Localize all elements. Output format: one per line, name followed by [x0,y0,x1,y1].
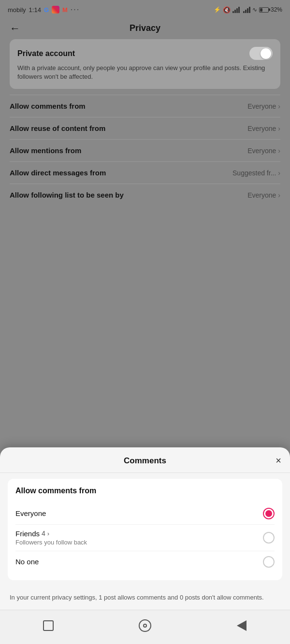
comments-value-text: Everyone [247,102,276,110]
chevron-icon: › [278,102,280,110]
radio-everyone-inner [265,510,272,517]
time-label: 1:14 [29,6,41,14]
option-noone-label: No one [15,558,39,566]
battery-percent: 32% [271,6,282,13]
status-bar: mobily 1:14 G M ··· ⚡ 🔇 ∿ 32% [0,0,290,17]
status-left: mobily 1:14 G M ··· [8,5,80,14]
settings-list: Allow comments from Everyone › Allow reu… [10,95,280,206]
nav-back-button[interactable] [233,617,250,634]
option-friends-label: Friends 4 › [15,530,87,538]
google-icon: G [44,6,49,14]
bottom-sheet: Comments × Allow comments from Everyone … [0,447,290,644]
back-button[interactable]: ← [10,22,20,35]
chevron-icon-4: › [278,169,280,177]
privacy-content: Private account With a private account, … [0,39,290,206]
private-account-description: With a private account, only people you … [17,64,273,81]
option-everyone-label: Everyone [15,509,46,517]
signal-bars [232,7,240,13]
nav-square-button[interactable] [40,617,57,634]
reuse-label: Allow reuse of content from [10,124,105,132]
mentions-value-text: Everyone [247,147,276,155]
private-account-section: Private account With a private account, … [10,39,280,89]
private-account-label: Private account [17,49,75,58]
option-everyone[interactable]: Everyone [15,503,275,524]
chevron-icon-2: › [278,125,280,132]
sheet-title: Comments [124,456,166,466]
nav-circle-inner-icon [143,624,147,628]
option-noone[interactable]: No one [15,551,275,572]
nav-home-button[interactable] [136,617,154,634]
instagram-icon [52,6,59,14]
reuse-value: Everyone › [247,125,280,132]
dm-value-text: Suggested fr... [232,169,276,177]
dm-setting-row[interactable]: Allow direct messages from Suggested fr.… [10,161,280,184]
signal-bars-2 [243,7,250,13]
radio-friends[interactable] [263,532,275,544]
chevron-icon-3: › [278,147,280,155]
sheet-overlay: Comments × Allow comments from Everyone … [0,447,290,644]
chevron-icon-5: › [278,191,280,199]
following-value-text: Everyone [247,191,276,199]
mentions-label: Allow mentions from [10,146,81,155]
bluetooth-icon: ⚡ [214,6,221,13]
battery-icon [259,7,269,13]
private-account-row: Private account [17,47,273,60]
friends-count: 4 [42,530,45,537]
option-everyone-left: Everyone [15,509,46,517]
friends-chevron-icon: › [47,530,49,537]
sheet-section-label: Allow comments from [15,487,275,495]
sheet-footer: In your current privacy settings, 1 post… [0,586,290,610]
nav-triangle-icon [237,620,246,631]
comments-setting-row[interactable]: Allow comments from Everyone › [10,95,280,117]
sheet-body: Allow comments from Everyone Friends 4 › [8,479,282,580]
comments-label: Allow comments from [10,102,86,110]
option-friends-left: Friends 4 › Followers you follow back [15,530,87,546]
carrier-label: mobily [8,6,26,14]
comments-value: Everyone › [247,102,280,110]
following-label: Allow following list to be seen by [10,191,124,199]
option-friends[interactable]: Friends 4 › Followers you follow back [15,524,275,551]
dm-value: Suggested fr... › [232,169,280,177]
toggle-thumb [261,48,271,59]
option-noone-left: No one [15,558,39,566]
more-apps-icon: ··· [71,5,80,14]
mentions-value: Everyone › [247,147,280,155]
privacy-header: ← Privacy [0,17,290,39]
footer-note: In your current privacy settings, 1 post… [10,594,264,601]
private-account-toggle[interactable] [249,47,273,60]
mute-icon: 🔇 [223,6,231,14]
gmail-icon: M [62,6,68,14]
following-value: Everyone › [247,191,280,199]
option-friends-sublabel: Followers you follow back [15,539,87,546]
dm-label: Allow direct messages from [10,169,106,177]
reuse-value-text: Everyone [247,125,276,132]
following-setting-row[interactable]: Allow following list to be seen by Every… [10,184,280,206]
status-right: ⚡ 🔇 ∿ 32% [214,6,282,14]
wifi-icon: ∿ [252,6,257,13]
page-title: Privacy [130,23,160,33]
close-button[interactable]: × [276,455,281,466]
nav-circle-icon [139,619,151,632]
nav-bar [0,610,290,644]
radio-noone[interactable] [263,556,275,568]
nav-square-icon [43,620,54,631]
reuse-setting-row[interactable]: Allow reuse of content from Everyone › [10,117,280,139]
radio-everyone[interactable] [263,508,275,519]
sheet-header: Comments × [0,447,290,473]
mentions-setting-row[interactable]: Allow mentions from Everyone › [10,139,280,161]
